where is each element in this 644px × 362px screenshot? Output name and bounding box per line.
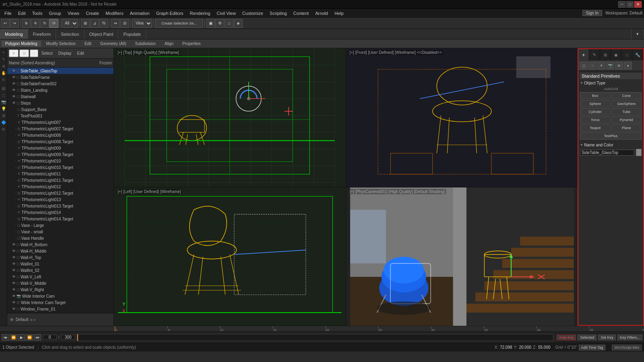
side-icon-pan[interactable]: ✋ xyxy=(0,70,7,76)
scene-item[interactable]: ·◎TPhotometricLight007.Target xyxy=(7,125,114,132)
scene-item[interactable]: ·◎TPhotometricLight008.Target xyxy=(7,138,114,145)
ctx-geometry-all[interactable]: Geometry (All) xyxy=(97,41,130,47)
tb-render-frame-btn[interactable]: □ xyxy=(225,19,233,28)
snap-angle-btn[interactable]: ⊿ xyxy=(90,19,99,28)
current-frame-input[interactable] xyxy=(43,335,57,340)
pb-next-key[interactable]: ⏩ xyxy=(26,334,33,341)
set-key-btn[interactable]: Set Key xyxy=(598,335,616,340)
scene-item[interactable]: 👁◻Stairs_Landing xyxy=(7,87,114,93)
scene-item[interactable]: 👁◻Wall-H_Middle xyxy=(7,248,114,254)
tb-select-btn[interactable]: 🖱 xyxy=(22,19,31,28)
scene-item[interactable]: 👁◻Wall-V_Left xyxy=(7,274,114,280)
side-icon-paint[interactable]: ✎ xyxy=(0,56,7,62)
menu-item-file[interactable]: File xyxy=(2,10,14,16)
menu-item-views[interactable]: Views xyxy=(65,10,82,16)
scene-item[interactable]: ·◻Vase Handle xyxy=(7,235,114,241)
menu-item-animation[interactable]: Animation xyxy=(127,10,153,16)
side-icon-cam[interactable]: 📷 xyxy=(0,99,7,105)
viewport-bottom-left[interactable]: [+] [Left] [User Defined] [Wireframe] xyxy=(114,187,346,326)
tb-scale-btn[interactable]: ⟳ xyxy=(50,19,58,28)
side-icon-layer[interactable]: ▤ xyxy=(0,85,7,91)
viewport-bottom-right[interactable]: [+] [PhysCamera001] [High Quality] [Defa… xyxy=(346,187,578,326)
key-filters-btn[interactable]: Key Filters... xyxy=(617,335,642,340)
scene-item[interactable]: ·TTextPlus001 xyxy=(7,113,114,119)
menu-item-scripting[interactable]: Scripting xyxy=(267,10,290,16)
scene-item[interactable]: ·☀TPhotometricLight010 xyxy=(7,158,114,164)
scene-tool-display[interactable]: Display xyxy=(56,50,74,56)
scene-item[interactable]: ·◻Vase - small xyxy=(7,228,114,235)
rp-tab-display[interactable]: □ xyxy=(621,49,632,60)
scene-item[interactable]: ·◻Support_Base xyxy=(7,106,114,113)
pb-play[interactable]: ▶ xyxy=(18,334,25,341)
scene-item[interactable]: ·◎TPhotometricLight013.Target xyxy=(7,203,114,209)
rp-space-icon[interactable]: ♦ xyxy=(624,62,632,70)
scene-item[interactable]: ·◎TPhotometricLight012.Target xyxy=(7,190,114,196)
layer-list-btn[interactable]: ≡ xyxy=(30,317,33,322)
rp-btn-plane[interactable]: Plane xyxy=(611,124,642,132)
add-time-tag-btn[interactable]: Add Time Tag xyxy=(579,345,606,350)
rp-tab-motion[interactable]: ◉ xyxy=(611,49,621,60)
scene-item[interactable]: 👁◻Steps xyxy=(7,100,114,106)
scene-item[interactable]: 👁◻WallInt_01 xyxy=(7,261,114,267)
rp-tab-create[interactable]: + xyxy=(578,49,589,60)
rp-btn-box[interactable]: Box xyxy=(580,92,611,99)
scene-item[interactable]: ·◎TPhotometricLight010.Target xyxy=(7,164,114,171)
scene-item[interactable]: 👁◎Wide Interior Cam.Target xyxy=(7,299,114,306)
tb-move-btn[interactable]: ✛ xyxy=(31,19,40,28)
rp-tab-modify[interactable]: ✎ xyxy=(589,49,600,60)
maxscript-label[interactable]: MAXScript Mini xyxy=(612,345,642,350)
rp-geo-icon[interactable]: ◻ xyxy=(580,62,588,70)
scene-filter-btn[interactable]: ✕ xyxy=(9,49,19,57)
scene-item[interactable]: 👁◻Wall-H_Bottom xyxy=(7,241,114,248)
create-selection-btn[interactable]: Create Selection Se... xyxy=(155,19,203,28)
scene-item[interactable]: ·☀TPhotometricLight012 xyxy=(7,183,114,190)
scene-tool-edit[interactable]: Edit xyxy=(75,50,87,56)
menu-item-help[interactable]: Help xyxy=(332,10,347,16)
close-btn[interactable]: ✕ xyxy=(634,1,642,8)
rp-shape-icon[interactable]: ○ xyxy=(588,62,597,70)
rp-btn-geosphere[interactable]: GeoSphere xyxy=(611,100,642,107)
side-icon-space[interactable]: 🔷 xyxy=(0,119,7,125)
menu-item-group[interactable]: Group xyxy=(46,10,64,16)
side-icon-rotate[interactable]: ↻ xyxy=(0,76,7,83)
menu-item-create[interactable]: Create xyxy=(83,10,102,16)
scene-item[interactable]: ·☀TPhotometricLight007 xyxy=(7,119,114,125)
scene-item[interactable]: ·◎TPhotometricLight009.Target xyxy=(7,151,114,158)
scene-item[interactable]: 👁◻WallInt_02 xyxy=(7,267,114,274)
undo-btn[interactable]: ↩ xyxy=(1,19,10,28)
align-btn[interactable]: ⊟ xyxy=(120,19,129,28)
layer-dropdown[interactable]: All xyxy=(61,19,78,28)
mirror-btn[interactable]: ⇔ xyxy=(111,19,120,28)
tb-render-btn[interactable]: ▣ xyxy=(206,19,215,28)
tb-render-setup-btn[interactable]: ⚙ xyxy=(215,19,224,28)
rp-btn-cylinder[interactable]: Cylinder xyxy=(580,108,611,115)
menu-item-graph-editors[interactable]: Graph Editors xyxy=(153,10,186,16)
rp-btn-cone[interactable]: Cone xyxy=(611,92,642,99)
side-icon-select[interactable]: ↖ xyxy=(0,49,7,56)
rp-btn-torus[interactable]: Torus xyxy=(580,116,611,123)
scene-sort-btn[interactable]: ↕ xyxy=(30,49,38,57)
scene-item[interactable]: 👁◻SideTable_GlassTop xyxy=(7,68,114,74)
layer-add-btn[interactable]: + xyxy=(33,317,36,322)
scene-item[interactable]: 👁◻Wall-V_Right xyxy=(7,286,114,293)
side-icon-sys[interactable]: ⚙ xyxy=(0,126,7,132)
minimize-btn[interactable]: ─ xyxy=(618,1,625,8)
tab-options-btn[interactable]: ▾ xyxy=(631,29,644,39)
ctx-polygon-modeling[interactable]: Polygon Modeling xyxy=(2,41,41,47)
viewport-top-right[interactable]: [+] [Front] [User Defined] [Wireframe] <… xyxy=(346,48,578,187)
scene-tool-select[interactable]: Select xyxy=(39,50,55,56)
rp-color-swatch[interactable] xyxy=(636,149,642,156)
menu-item-rendering[interactable]: Rendering xyxy=(187,10,213,16)
scene-item[interactable]: 👁◻Window_Frame_01 xyxy=(7,306,114,312)
side-icon-helper[interactable]: ⊞ xyxy=(0,112,7,119)
rp-btn-tube[interactable]: Tube xyxy=(611,108,642,115)
snap-btn[interactable]: ⊞ xyxy=(81,19,90,28)
scene-item[interactable]: ·◎TPhotometricLight011.Target xyxy=(7,177,114,183)
scene-item[interactable]: 👁◻Wall-V_Middle xyxy=(7,280,114,286)
menu-item-tools[interactable]: Tools xyxy=(29,10,45,16)
rp-light-icon[interactable]: ☀ xyxy=(597,62,605,70)
side-icon-zoom[interactable]: ⊕ xyxy=(0,63,7,69)
scene-item[interactable]: 👁◻Wall-H_Top xyxy=(7,254,114,261)
tab-populate[interactable]: Populate xyxy=(118,29,146,39)
rp-helper-icon[interactable]: ⊕ xyxy=(615,62,623,70)
